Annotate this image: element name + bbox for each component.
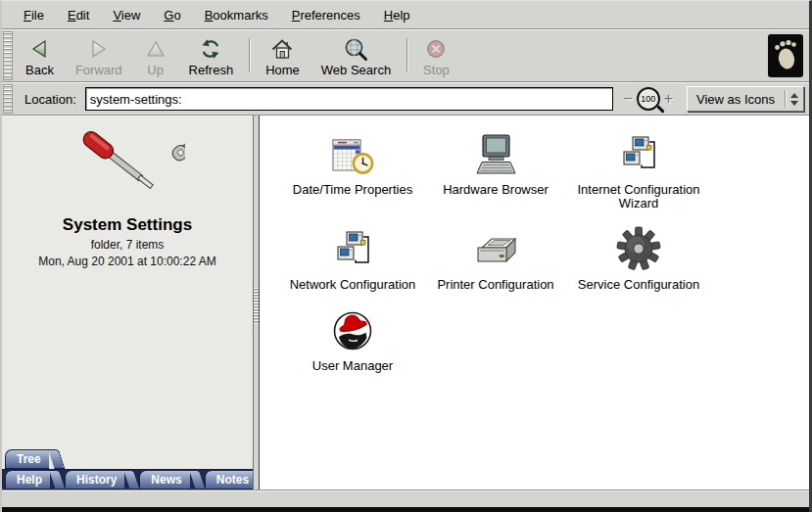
menu-bar: File Edit View Go Bookmarks Preferences … xyxy=(2,1,809,29)
throbber[interactable] xyxy=(768,34,803,77)
tab-news-label: News xyxy=(151,473,181,487)
web-search-label: Web Search xyxy=(321,64,391,77)
up-icon xyxy=(145,36,167,62)
item-label: Date/Time Properties xyxy=(293,183,412,197)
tab-tree[interactable]: Tree xyxy=(5,449,49,469)
item-service-configuration[interactable]: Service Configuration xyxy=(567,220,710,292)
item-printer-configuration[interactable]: Printer Configuration xyxy=(424,220,567,292)
window-bottom-edge xyxy=(2,507,809,512)
web-search-button[interactable]: Web Search xyxy=(310,30,402,81)
forward-icon xyxy=(88,36,110,62)
item-label: Internet Configuration Wizard xyxy=(569,183,708,210)
printer-icon xyxy=(471,220,520,273)
item-label: Printer Configuration xyxy=(437,278,553,292)
refresh-button[interactable]: Refresh xyxy=(178,30,245,81)
toolbar-separator xyxy=(406,38,407,71)
tab-news[interactable]: News xyxy=(139,470,189,489)
toolbar: Back Forward Up Refresh xyxy=(2,29,809,82)
status-bar xyxy=(2,489,809,507)
service-config-icon xyxy=(614,220,663,273)
sidebar: System Settings folder, 7 items Mon, Aug… xyxy=(2,116,253,489)
item-internet-configuration-wizard[interactable]: Internet Configuration Wizard xyxy=(567,125,710,210)
sidebar-resize-handle[interactable] xyxy=(253,116,260,489)
tab-help-label: Help xyxy=(17,473,42,487)
user-manager-icon xyxy=(329,302,376,354)
stop-label: Stop xyxy=(423,64,450,77)
tab-help[interactable]: Help xyxy=(5,470,50,489)
item-label: Network Configuration xyxy=(290,278,416,292)
toolbar-separator xyxy=(249,38,250,71)
refresh-label: Refresh xyxy=(189,64,234,77)
menu-help[interactable]: Help xyxy=(372,8,422,23)
back-icon xyxy=(28,36,50,62)
item-user-manager[interactable]: User Manager xyxy=(281,302,424,373)
sidebar-tab-row-top: Tree xyxy=(2,447,253,469)
tab-tree-label: Tree xyxy=(17,452,41,466)
item-date-time-properties[interactable]: Date/Time Properties xyxy=(281,125,424,210)
tab-history-label: History xyxy=(76,473,117,487)
location-bar: Location: − 100 + View as Icons xyxy=(2,82,809,116)
up-button: Up xyxy=(133,30,178,81)
network-config-icon xyxy=(330,220,375,273)
back-button[interactable]: Back xyxy=(15,30,65,81)
web-search-icon xyxy=(344,36,368,62)
zoom-control: − 100 + xyxy=(623,87,673,111)
sidebar-item-count: folder, 7 items xyxy=(2,238,253,252)
forward-label: Forward xyxy=(75,64,122,77)
forward-button: Forward xyxy=(65,30,133,81)
location-bar-grip[interactable] xyxy=(3,84,13,114)
menu-file[interactable]: File xyxy=(12,8,56,23)
location-label: Location: xyxy=(24,92,76,107)
dropdown-arrows-icon xyxy=(790,93,798,106)
menu-view[interactable]: View xyxy=(101,8,152,23)
location-input[interactable] xyxy=(85,87,614,111)
tab-notes-label: Notes xyxy=(216,473,249,487)
tab-history[interactable]: History xyxy=(65,470,124,489)
toolbar-grip[interactable] xyxy=(3,31,13,80)
zoom-level-value: 100 xyxy=(641,94,655,104)
stop-button: Stop xyxy=(412,30,460,81)
item-hardware-browser[interactable]: Hardware Browser xyxy=(424,125,567,210)
dropdown-separator xyxy=(785,90,786,108)
sidebar-date: Mon, Aug 20 2001 at 10:00:22 AM xyxy=(2,255,253,268)
hardware-browser-icon xyxy=(472,125,519,178)
internet-config-icon xyxy=(616,125,661,178)
menu-bookmarks[interactable]: Bookmarks xyxy=(193,8,280,23)
gnome-foot-icon xyxy=(771,37,800,75)
home-icon xyxy=(270,36,294,62)
view-mode-dropdown[interactable]: View as Icons xyxy=(687,86,804,112)
zoom-in-button[interactable]: + xyxy=(664,94,673,104)
zoom-level-indicator[interactable]: 100 xyxy=(637,87,660,111)
menu-edit[interactable]: Edit xyxy=(56,8,101,23)
zoom-out-button[interactable]: − xyxy=(623,94,632,104)
up-label: Up xyxy=(147,64,164,77)
item-label: User Manager xyxy=(312,359,393,373)
item-label: Hardware Browser xyxy=(443,183,549,197)
home-label: Home xyxy=(265,64,300,77)
item-network-configuration[interactable]: Network Configuration xyxy=(281,220,424,292)
tab-notes[interactable]: Notes xyxy=(205,470,253,489)
menu-go[interactable]: Go xyxy=(152,8,192,23)
nautilus-window: File Edit View Go Bookmarks Preferences … xyxy=(0,0,812,512)
sidebar-tab-row-bottom: Help History News Notes xyxy=(2,469,253,489)
sidebar-title: System Settings xyxy=(2,215,253,235)
view-mode-label: View as Icons xyxy=(696,92,785,107)
menu-preferences[interactable]: Preferences xyxy=(280,8,372,23)
item-label: Service Configuration xyxy=(578,278,699,292)
home-button[interactable]: Home xyxy=(255,30,310,81)
refresh-icon xyxy=(200,36,221,62)
stop-icon xyxy=(425,36,447,62)
system-settings-icon xyxy=(70,197,185,211)
back-label: Back xyxy=(25,64,54,77)
datetime-icon xyxy=(330,125,375,178)
content-view: Date/Time Properties xyxy=(260,116,809,489)
